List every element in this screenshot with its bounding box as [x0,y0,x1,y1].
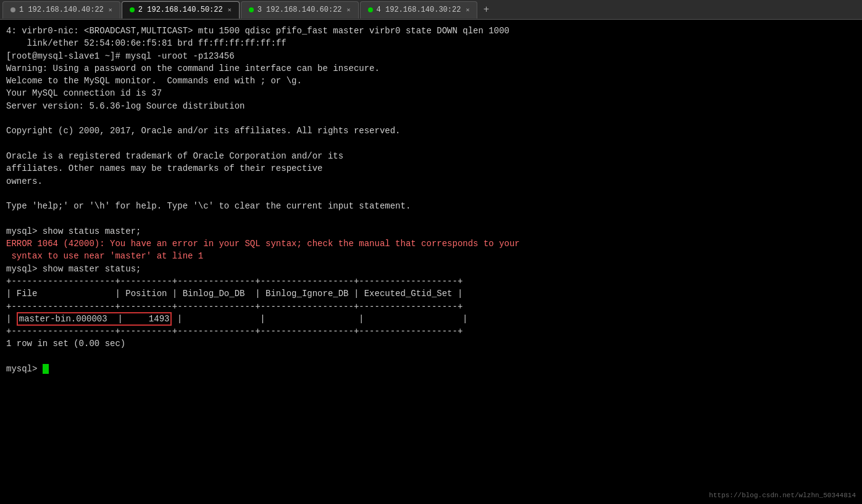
tab-4[interactable]: 4 192.168.140.30:22 ✕ [360,1,478,19]
tab-3-label: 3 192.168.140.60:22 [257,6,342,14]
terminal-content: 4: virbr0-nic: <BROADCAST,MULTICAST> mtu… [6,25,856,375]
tab-2[interactable]: 2 192.168.140.50:22 ✕ [122,1,240,19]
tab-4-label: 4 192.168.140.30:22 [377,6,461,14]
tab-1-close[interactable]: ✕ [109,6,112,14]
tab-3-close[interactable]: ✕ [347,6,351,14]
tab-2-close[interactable]: ✕ [228,6,232,14]
tab-add-button[interactable]: + [479,2,493,17]
tab-1-dot [10,7,15,12]
tab-1-label: 1 192.168.140.40:22 [19,6,104,14]
tab-3[interactable]: 3 192.168.140.60:22 ✕ [241,1,359,19]
tab-3-dot [249,7,254,12]
tab-bar: 1 192.168.140.40:22 ✕ 2 192.168.140.50:2… [0,0,862,20]
tab-1[interactable]: 1 192.168.140.40:22 ✕ [2,1,120,19]
tab-4-close[interactable]: ✕ [466,6,469,14]
tab-2-label: 2 192.168.140.50:22 [138,6,223,14]
watermark: https://blog.csdn.net/wlzhn_50344814 [709,492,856,499]
tab-2-dot [130,7,135,12]
terminal[interactable]: 4: virbr0-nic: <BROADCAST,MULTICAST> mtu… [0,20,862,504]
tab-4-dot [368,7,373,12]
